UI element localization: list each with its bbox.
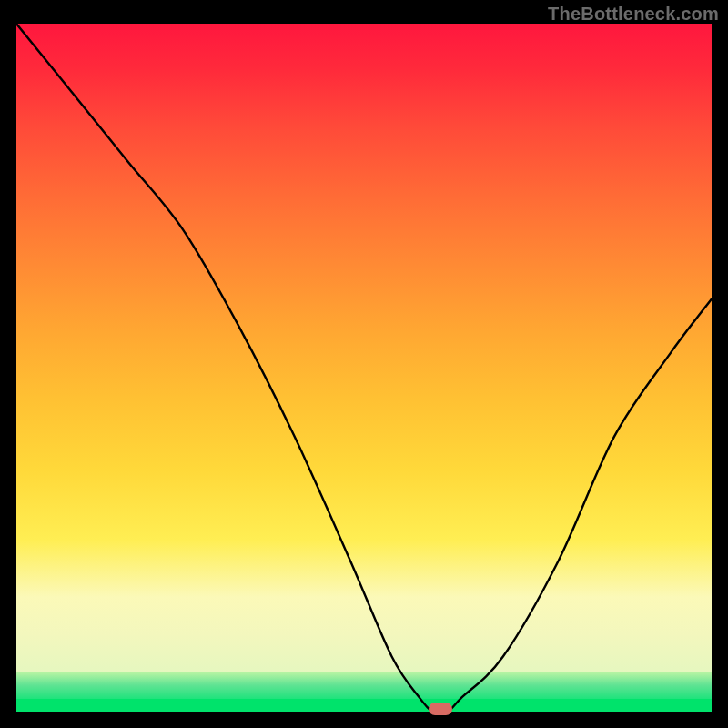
- attribution-text: TheBottleneck.com: [548, 4, 719, 25]
- chart-frame: TheBottleneck.com: [0, 0, 728, 728]
- bottleneck-curve: [16, 24, 712, 712]
- minimum-marker: [429, 703, 452, 715]
- plot-area: [16, 24, 712, 712]
